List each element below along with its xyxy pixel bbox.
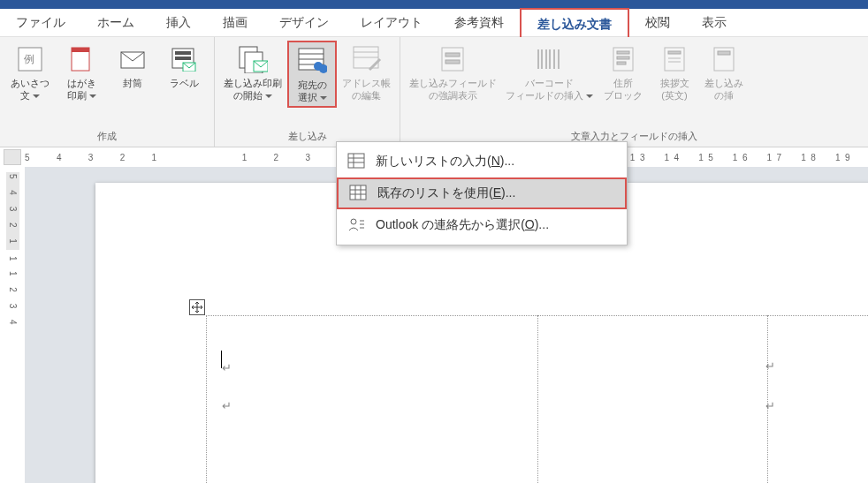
svg-rect-40 [718,51,730,55]
chevron-down-icon [583,90,593,101]
dropdown-outlook[interactable]: Outlook の連絡先から選択(O)... [337,209,627,241]
insert-field-icon [709,44,739,74]
tab-review[interactable]: 校閲 [629,8,686,37]
svg-rect-6 [175,51,191,55]
envelope-button[interactable]: 封筒 [108,41,157,104]
table-move-handle[interactable] [189,299,205,315]
dropdown-existing-list[interactable]: 既存のリストを使用(E)... [337,177,627,209]
ribbon: 例 あいさつ文 はがき印刷 封筒 ラベル [0,37,868,147]
label-icon [169,44,199,74]
barcode-icon [535,44,565,74]
dropdown-existing-list-label: 既存のリストを使用(E)... [377,185,515,201]
tab-design[interactable]: デザイン [263,8,345,37]
tab-draw[interactable]: 描画 [207,8,263,37]
paragraph-mark-icon: ↵ [222,399,232,412]
greeting-button[interactable]: 例 あいさつ文 [5,41,55,104]
paragraph-mark-icon: ↵ [765,359,775,373]
paragraph-mark-icon: ↵ [222,361,232,374]
chevron-down-icon [87,90,96,101]
ruler-corner [4,149,21,165]
paragraph-mark-icon: ↵ [765,399,775,412]
group-create: 例 あいさつ文 はがき印刷 封筒 ラベル [0,37,215,147]
tab-layout[interactable]: レイアウト [345,8,438,37]
address-block-button: 住所ブロック [598,41,648,104]
ribbon-tabs: ファイル ホーム 挿入 描画 デザイン レイアウト 参考資料 差し込み文書 校閲… [0,9,868,37]
group-create-label: 作成 [5,128,209,145]
existing-list-icon [349,185,367,202]
insert-merge-field-button: 差し込みの挿 [701,41,747,104]
svg-point-50 [351,219,356,224]
svg-rect-34 [617,62,626,64]
svg-rect-45 [350,185,366,200]
dropdown-outlook-label: Outlook の連絡先から選択(O)... [376,217,549,233]
chevron-down-icon [30,90,40,101]
dropdown-new-list[interactable]: 新しいリストの入力(N)... [337,146,627,177]
edit-recipients-icon [352,44,382,74]
postcard-icon [66,44,96,74]
greeting-icon: 例 [15,44,45,74]
tab-view[interactable]: 表示 [686,8,742,37]
svg-rect-22 [442,48,463,71]
group-start-merge: 差し込み印刷の開始 宛先の選択 アドレス帳の編集 差し込み [215,37,400,147]
svg-rect-36 [668,51,681,54]
dropdown-new-list-label: 新しいリストの入力(N)... [376,154,514,170]
highlight-icon [438,44,468,74]
greeting-line-icon [659,44,689,74]
highlight-merge-button: 差し込みフィールドの強調表示 [406,41,500,104]
vertical-ruler[interactable]: 5 4 3 2 1 1 1 2 3 4 [0,167,25,483]
tab-references[interactable]: 参考資料 [438,8,520,37]
address-block-icon [608,44,638,74]
svg-rect-3 [72,48,89,52]
select-recipients-button[interactable]: 宛先の選択 [287,41,337,108]
barcode-button: バーコードフィールドの挿入 [502,41,597,104]
label-button[interactable]: ラベル [159,41,209,104]
svg-rect-24 [445,60,460,64]
new-list-icon [347,153,365,170]
select-recipients-dropdown: 新しいリストの入力(N)... 既存のリストを使用(E)... Outlook … [336,141,628,245]
edit-recipients-button: アドレス帳の編集 [339,41,394,108]
tab-insert[interactable]: 挿入 [150,8,207,37]
svg-rect-7 [175,57,191,60]
select-recipients-icon [297,46,327,76]
outlook-contacts-icon [347,216,365,234]
chevron-down-icon [263,90,272,101]
greeting-line-button: 挨拶文(英文) [650,41,699,104]
svg-text:例: 例 [24,53,34,65]
tab-file[interactable]: ファイル [0,8,81,37]
start-merge-icon [238,44,268,74]
tab-home[interactable]: ホーム [81,8,150,37]
svg-rect-32 [617,51,629,54]
svg-rect-23 [445,53,460,57]
svg-rect-41 [348,154,364,168]
start-merge-button[interactable]: 差し込み印刷の開始 [220,41,286,108]
chevron-down-icon [317,92,327,102]
tab-mailings[interactable]: 差し込み文書 [520,8,629,39]
svg-rect-33 [617,57,629,59]
group-write: 差し込みフィールドの強調表示 バーコードフィールドの挿入 住所ブロック 挨拶文(… [400,37,868,147]
postcard-button[interactable]: はがき印刷 [57,41,106,104]
envelope-icon [118,44,148,74]
